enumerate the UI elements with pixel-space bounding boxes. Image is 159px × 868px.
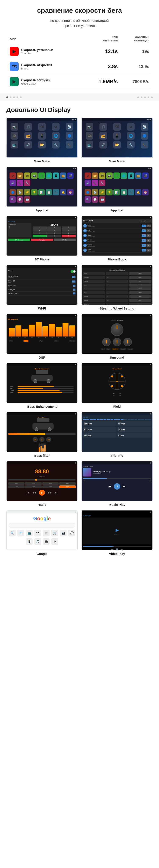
mock-knob-sm[interactable]: [123, 338, 132, 346]
mock-dsp-preset[interactable]: Classic: [69, 340, 75, 342]
mock-music-next[interactable]: ⏭: [123, 485, 126, 488]
mock-radio-next[interactable]: ▶|: [55, 491, 57, 494]
mock-music-progress[interactable]: [83, 478, 151, 479]
mock-pb-avatar: A: [83, 224, 87, 227]
mock-vid-play[interactable]: ⏸: [115, 548, 119, 550]
app-name: Скорость открытия: [21, 63, 52, 67]
mock-bf-next[interactable]: ⏭: [46, 437, 51, 442]
dot: [6, 96, 8, 98]
mock-bass-slider-row: Treble: [10, 390, 74, 391]
mock-st-label: Source: [84, 296, 104, 297]
mock-st-btn[interactable]: Learn: [129, 272, 151, 275]
mock-google-icon[interactable]: 📧: [17, 530, 24, 536]
mock-bf-slider-fill: [44, 445, 46, 452]
mock-dsp-preset[interactable]: Pop: [39, 340, 43, 342]
mock-dsp-bottom: Flat Rock Pop Jazz Classic: [8, 339, 76, 343]
mock-radio-fwd[interactable]: ▶▶: [48, 491, 52, 494]
mock-app-sm: 🎬: [142, 173, 149, 179]
mock-st-btn[interactable]: Learn: [129, 284, 151, 286]
mock-radio-preset[interactable]: 104.5: [25, 486, 42, 488]
mock-knob-sm[interactable]: [113, 338, 121, 346]
mock-vid-next[interactable]: ⏭: [121, 548, 123, 550]
mock-dsp-preset[interactable]: Rock: [24, 340, 29, 342]
mock-radio-play[interactable]: ▶: [39, 490, 45, 496]
mock-surround-opt[interactable]: Hall: [106, 348, 111, 350]
mock-icon-box: ⚙: [127, 123, 134, 131]
mock-slider-track[interactable]: [17, 388, 74, 389]
mock-google-icon[interactable]: 🎵: [34, 538, 41, 545]
mock-google-icon[interactable]: 🛒: [51, 530, 58, 536]
mock-st-value: ---: [107, 281, 127, 282]
mock-knob-sm[interactable]: [102, 338, 111, 346]
mock-google-icon[interactable]: 📷: [60, 530, 67, 536]
mock-google-icon[interactable]: 📰: [43, 530, 50, 536]
mock-radio-preset[interactable]: 101.2: [8, 486, 25, 488]
mock-music-play[interactable]: ⏸: [114, 483, 120, 490]
mock-surround-knob[interactable]: [111, 323, 123, 336]
mock-google-icon[interactable]: 📺: [26, 530, 33, 536]
mock-status-bar: [82, 118, 152, 121]
mock-radio-preset[interactable]: 92.1: [25, 482, 42, 485]
mock-wifi-signal: ▊▊: [73, 292, 76, 294]
mock-radio-preset[interactable]: 98.7: [59, 482, 76, 485]
mock-st-col: Volume+: [83, 276, 105, 279]
mock-radio-back[interactable]: ◀◀: [32, 491, 36, 494]
mock-pb-num: +1 555 1200: [87, 236, 95, 237]
mock-st-btn[interactable]: Learn: [129, 303, 151, 305]
mock-google-icon[interactable]: 🎬: [43, 538, 50, 545]
mock-slider-track[interactable]: [17, 386, 74, 386]
mock-st-btn[interactable]: Learn: [129, 280, 151, 283]
mock-radio-seek-bar[interactable]: [8, 479, 76, 480]
mock-google-icon[interactable]: ⚙: [51, 538, 58, 545]
mock-radio-preset[interactable]: 88.8: [59, 486, 76, 488]
mock-video-progress[interactable]: [83, 546, 151, 547]
mock-google-icon[interactable]: 🔍: [9, 530, 16, 536]
mock-st-btn[interactable]: Learn: [129, 287, 151, 290]
mock-vid-prev[interactable]: ⏮: [111, 548, 113, 550]
mock-bf-slider-vert[interactable]: [44, 443, 46, 452]
mock-bf-prev[interactable]: ⏮: [33, 437, 38, 442]
mock-google-icon[interactable]: 📱: [26, 538, 33, 545]
mock-radio-prev[interactable]: |◀: [27, 491, 29, 494]
mock-bf-slider-vert[interactable]: [40, 443, 42, 452]
mock-wifi-item: Home_Network Connected ▊▊▊: [8, 275, 76, 279]
col-our: нашнавигация: [83, 34, 119, 44]
mock-app-sm: 📡: [17, 189, 23, 195]
mock-car-wheel-right: [48, 427, 51, 431]
mock-radio-preset[interactable]: 88.5: [8, 482, 25, 485]
mock-app-sm: 📊: [38, 189, 45, 195]
mock-dsp-preset[interactable]: Flat: [9, 340, 13, 342]
mock-dsp-preset[interactable]: Jazz: [54, 340, 58, 342]
mock-st-btn[interactable]: Learn: [129, 276, 151, 279]
mock-bf-play[interactable]: ⏸: [39, 437, 44, 442]
mock-dot: [150, 217, 151, 218]
mock-radio-preset[interactable]: 107.0: [42, 486, 59, 488]
mock-surround-opt[interactable]: Stadium: [112, 348, 119, 350]
mock-bf-slider-vert[interactable]: [39, 443, 40, 452]
mock-google-search[interactable]: [9, 523, 75, 527]
mock-st-btn[interactable]: Learn: [129, 295, 151, 298]
mock-pb-avatar: B: [83, 229, 87, 232]
mock-google-icon[interactable]: 💬: [68, 530, 75, 536]
mock-toggle[interactable]: [71, 270, 76, 273]
mock-music-prev[interactable]: ⏮: [108, 485, 111, 488]
app-name: Скорость установки: [21, 48, 53, 52]
mock-surround-opt[interactable]: Off: [101, 348, 105, 350]
mock-st-btn[interactable]: Learn: [129, 291, 151, 294]
mock-bf-slider-wrap: [42, 443, 44, 452]
mock-icon-box: 📱: [113, 132, 121, 140]
mock-slider-track[interactable]: [17, 392, 74, 393]
mock-st-btn[interactable]: Learn: [129, 299, 151, 302]
mock-radio-preset[interactable]: 95.3: [42, 482, 59, 485]
mock-slider-track[interactable]: [17, 390, 74, 391]
mock-field-dot-center[interactable]: [116, 381, 118, 382]
mock-app-sm: 🔊: [9, 180, 16, 186]
mock-st-col: ---: [106, 272, 128, 275]
mock-bf-slider-vert[interactable]: [42, 443, 44, 452]
mock-bf-progress[interactable]: [8, 433, 76, 435]
mock-icon-box: 📂: [113, 141, 121, 149]
mock-google-icon[interactable]: 🗺: [34, 530, 41, 536]
mock-surround-opt[interactable]: Arena: [127, 348, 133, 350]
mock-dot: [73, 119, 74, 120]
mock-surround-opt[interactable]: Church: [120, 348, 126, 350]
